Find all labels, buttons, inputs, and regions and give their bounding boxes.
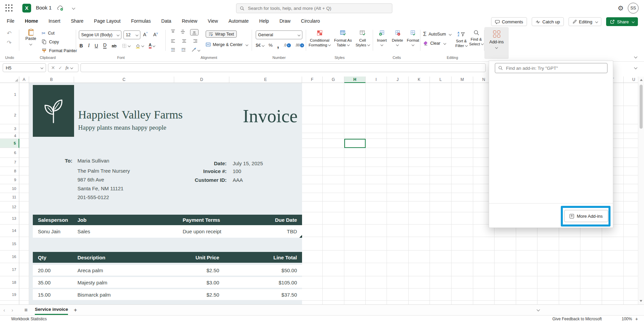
align-bottom-icon[interactable] — [190, 29, 199, 36]
excel-logo-icon[interactable]: X — [22, 4, 31, 13]
undo-icon[interactable]: ↶ — [7, 30, 12, 37]
menu-review[interactable]: Review — [181, 17, 198, 25]
items-row[interactable]: 35.00Majesty palm$3.00$105.00 — [33, 277, 302, 288]
increase-decimal-button[interactable]: .0‹ — [283, 43, 291, 47]
column-header-C[interactable]: C — [74, 77, 174, 83]
app-launcher-icon[interactable] — [5, 4, 13, 12]
feedback-link[interactable]: Give Feedback to Microsoft — [552, 317, 602, 321]
sort-filter-button[interactable]: AZ Sort & Filter — [454, 30, 468, 48]
font-name-dropdown[interactable]: Segoe UI (Body) — [79, 30, 121, 39]
document-title[interactable]: Book 1 — [36, 5, 52, 10]
align-left-icon[interactable] — [170, 39, 176, 44]
row-header-4[interactable]: 4 — [0, 133, 19, 139]
table-resize-handle[interactable] — [299, 235, 302, 238]
currency-format-button[interactable]: $€ — [256, 43, 264, 48]
decrease-indent-icon[interactable] — [170, 47, 176, 52]
document-menu-chevron-icon[interactable] — [72, 6, 75, 10]
cut-button[interactable]: ✂Cut — [42, 30, 54, 36]
column-header-F[interactable]: F — [302, 77, 323, 83]
insert-function-icon[interactable]: fx — [66, 65, 69, 70]
settings-gear-icon[interactable]: ⚙ — [618, 4, 624, 12]
comments-button[interactable]: Comments — [491, 17, 527, 26]
row-header-18[interactable]: 18 — [0, 276, 19, 288]
row-header-19[interactable]: 19 — [0, 288, 19, 301]
addins-button[interactable]: Add-ins — [484, 27, 509, 59]
row-header-5[interactable]: 5 — [0, 139, 19, 148]
menu-insert[interactable]: Insert — [48, 17, 61, 25]
grow-font-icon[interactable]: A^ — [143, 31, 148, 37]
all-sheets-icon[interactable]: ≡ — [24, 307, 27, 313]
align-center-icon[interactable] — [182, 39, 187, 44]
delete-cells-button[interactable]: Delete — [390, 30, 405, 47]
menu-automate[interactable]: Automate — [228, 17, 249, 25]
next-sheet-icon[interactable]: › — [12, 307, 13, 313]
borders-button[interactable] — [122, 43, 130, 48]
menu-page-layout[interactable]: Page Layout — [93, 17, 121, 25]
formula-input[interactable] — [80, 63, 486, 72]
name-box[interactable]: H5 — [3, 63, 46, 72]
row-header-14[interactable]: 14 — [0, 224, 19, 237]
column-header-H[interactable]: H — [344, 77, 366, 83]
catch-up-button[interactable]: Catch up — [532, 17, 564, 26]
cancel-entry-icon[interactable]: ✕ — [51, 65, 55, 70]
merge-center-button[interactable]: Merge & Center — [206, 42, 248, 47]
format-cells-button[interactable]: Format — [406, 30, 420, 47]
column-header-L[interactable]: L — [430, 77, 452, 83]
column-header-J[interactable]: J — [387, 77, 409, 83]
font-size-dropdown[interactable]: 12 — [123, 30, 140, 39]
more-addins-button[interactable]: More Add-ins — [564, 210, 608, 222]
find-select-button[interactable]: Find & Select — [469, 30, 483, 46]
decrease-decimal-button[interactable]: .00› — [295, 43, 304, 47]
menu-circularo[interactable]: Circularo — [300, 17, 321, 25]
add-sheet-icon[interactable]: + — [74, 307, 77, 314]
share-button[interactable]: Share — [606, 17, 638, 26]
avatar[interactable]: SS — [628, 3, 639, 14]
row-header-1[interactable]: 1 — [0, 83, 19, 106]
bold-button[interactable]: B — [79, 43, 83, 48]
scroll-up-icon[interactable] — [640, 79, 643, 81]
editing-mode-button[interactable]: Editing — [569, 17, 602, 26]
row-header-17[interactable]: 17 — [0, 263, 19, 276]
zoom-level[interactable]: 100% — [622, 317, 632, 321]
column-header-G[interactable]: G — [323, 77, 344, 83]
scroll-down-icon[interactable] — [640, 300, 642, 302]
menu-home[interactable]: Home — [24, 17, 39, 25]
row-header-15[interactable]: 15 — [0, 237, 19, 251]
fill-color-button[interactable] — [135, 43, 144, 48]
row-header-6[interactable]: 6 — [0, 148, 19, 158]
formula-bar-expand-chevron-icon[interactable] — [634, 66, 638, 69]
align-top-icon[interactable] — [170, 29, 176, 36]
column-header-E[interactable]: E — [229, 77, 302, 83]
conditional-formatting-button[interactable]: Conditional Formatting — [308, 30, 331, 47]
scrollbar-thumb[interactable] — [640, 85, 643, 129]
row-header-7[interactable]: 7 — [0, 158, 19, 167]
menu-view[interactable]: View — [207, 17, 218, 25]
row-header-2[interactable]: 2 — [0, 106, 19, 124]
menu-help[interactable]: Help — [258, 17, 270, 25]
sheet-tab-service-invoice[interactable]: Service invoice — [35, 307, 68, 315]
vertical-scrollbar[interactable] — [638, 77, 644, 304]
increase-indent-icon[interactable] — [181, 47, 186, 52]
number-format-dropdown[interactable]: General — [256, 30, 302, 39]
wrap-text-button[interactable]: Wrap Text — [206, 30, 237, 38]
cell-styles-button[interactable]: Cell Styles — [354, 30, 371, 47]
row-header-9[interactable]: 9 — [0, 175, 19, 184]
row-header-8[interactable]: 8 — [0, 167, 19, 175]
column-header-D[interactable]: D — [174, 77, 229, 83]
column-header-M[interactable]: M — [452, 77, 473, 83]
select-all-corner[interactable] — [0, 77, 19, 83]
addins-search[interactable] — [495, 63, 607, 73]
ribbon-collapse-chevron-icon[interactable] — [634, 55, 638, 59]
double-underline-button[interactable]: D — [103, 43, 107, 49]
row-header-11[interactable]: 11 — [0, 193, 19, 201]
items-row[interactable]: 20.00Areca palm$2.50$50.00 — [33, 265, 302, 276]
font-color-button[interactable]: A — [149, 43, 155, 48]
italic-button[interactable]: I — [88, 43, 90, 48]
row-header-3[interactable]: 3 — [0, 124, 19, 133]
align-right-icon[interactable] — [193, 39, 198, 44]
zoom-in-button[interactable]: + — [635, 316, 638, 322]
shrink-font-icon[interactable]: Av — [153, 31, 158, 37]
column-header-B[interactable]: B — [29, 77, 74, 83]
autosum-button[interactable]: Σ AutoSum — [423, 31, 451, 37]
column-header-I[interactable]: I — [366, 77, 387, 83]
